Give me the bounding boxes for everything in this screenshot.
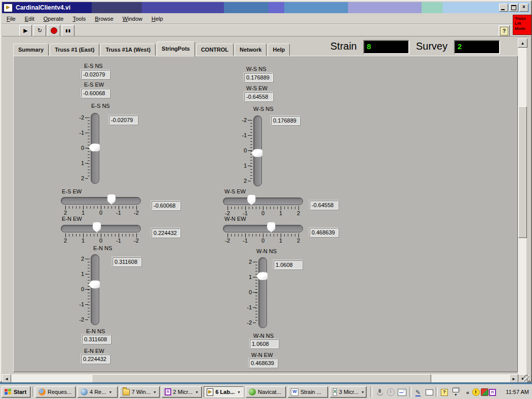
scale-tick-label: -1 xyxy=(243,237,248,244)
readout-box: -0.64558 xyxy=(244,92,273,101)
slider-track[interactable] xyxy=(258,257,267,328)
slider-digital-display[interactable]: 1.0608 xyxy=(274,260,302,269)
tab-network[interactable]: Network xyxy=(235,44,267,56)
stop-icon xyxy=(51,27,57,34)
slider-label: W-N EW xyxy=(224,216,246,222)
maximize-button[interactable] xyxy=(509,4,518,12)
restore-window-icon[interactable] xyxy=(425,388,434,396)
slider-digital-display[interactable]: 0.311608 xyxy=(112,257,141,266)
slider-thumb[interactable] xyxy=(93,222,101,232)
resize-grip[interactable] xyxy=(523,375,530,382)
taskbar-button-label: 7 Win... xyxy=(132,389,150,395)
menu-browse[interactable]: Browse xyxy=(90,15,118,23)
tab-stringpots[interactable]: StringPots xyxy=(157,42,195,57)
slider-scale: 2 1 0 -1 -2 xyxy=(65,234,136,245)
taskbar-button-label: Strain ... xyxy=(300,389,321,395)
slider-digital-display[interactable]: 0.468639 xyxy=(310,228,338,237)
slider-scale: -2 -1 0 1 2 xyxy=(74,117,85,178)
strain-value: 8 xyxy=(367,42,371,51)
chevron-down-icon: ▼ xyxy=(153,390,157,394)
pen-icon[interactable]: ✎ xyxy=(413,388,423,396)
slider-thumb[interactable] xyxy=(247,195,256,205)
minimize-button[interactable] xyxy=(499,4,508,12)
slider-track[interactable] xyxy=(91,254,99,325)
microphone-icon[interactable] xyxy=(375,388,384,396)
scale-tick-label: 0 xyxy=(81,286,84,292)
scale-tick-label: 0 xyxy=(99,210,102,216)
taskbar-button-windows-group[interactable]: 7 Win... ▼ xyxy=(120,386,160,397)
slider-digital-display[interactable]: -0.64558 xyxy=(310,201,338,210)
scroll-up-button[interactable]: ▲ xyxy=(518,38,527,48)
slider-w-n-ew: -2 -1 0 1 2 xyxy=(223,225,303,247)
readout-box: 0.176889 xyxy=(244,73,273,82)
taskbar-button-excel-group[interactable]: X 3 Micr... ▼ xyxy=(330,386,366,397)
slider-e-n-ew: 2 1 0 -1 -2 xyxy=(61,225,141,247)
taskbar: Start Reques... 4 Re... ▼ 7 Win... ▼ n 2… xyxy=(0,384,532,399)
slider-label: W-S NS xyxy=(253,106,274,112)
scale-tick-label: 2 xyxy=(81,256,84,262)
tab-help[interactable]: Help xyxy=(268,44,290,56)
mode-line: Lift xyxy=(515,21,531,26)
scale-tick-label: -2 xyxy=(134,210,139,216)
excel-icon: X xyxy=(333,388,337,396)
taskbar-button-firefox[interactable]: Reques... xyxy=(35,386,75,397)
speech-icon[interactable]: ‖ xyxy=(386,388,395,396)
menu-tools[interactable]: Tools xyxy=(68,15,90,23)
menu-window[interactable]: Window xyxy=(118,15,147,23)
writing-pad-icon[interactable] xyxy=(397,388,406,396)
taskbar-divider xyxy=(409,387,411,397)
menu-help[interactable]: Help xyxy=(147,15,168,23)
minor-ticks xyxy=(88,259,90,320)
readout-box: -0.60068 xyxy=(81,89,110,98)
taskbar-button-remote[interactable]: 4 Re... ▼ xyxy=(78,386,118,397)
scale-tick-label: -2 xyxy=(225,237,230,244)
scale-tick-label: -1 xyxy=(116,237,121,244)
tab-control[interactable]: CONTROL xyxy=(196,44,234,56)
taskbar-button-label: 3 Micr... xyxy=(339,389,359,395)
scale-tick-label: -2 xyxy=(134,237,139,244)
slider-digital-display[interactable]: -0.60068 xyxy=(151,201,180,210)
tab-summary[interactable]: Summary xyxy=(13,44,49,56)
tab-truss1a-west[interactable]: Truss #1A (West) xyxy=(100,44,156,56)
menu-operate[interactable]: Operate xyxy=(39,15,68,23)
slider-thumb[interactable] xyxy=(267,222,276,232)
help-tray-icon[interactable]: ? xyxy=(440,388,449,396)
menu-file[interactable]: File xyxy=(2,15,20,23)
abort-button[interactable] xyxy=(48,25,60,36)
run-button[interactable]: ▶ xyxy=(19,25,32,36)
scale-tick-label: 2 xyxy=(244,178,247,184)
title-bar[interactable]: ▶ CardinalClientv4.vi × xyxy=(2,2,530,13)
scale-tick-label: 2 xyxy=(64,237,67,244)
readout-label: E-S NS xyxy=(84,63,103,69)
help-icon: ? xyxy=(500,27,508,35)
slider-digital-display[interactable]: 0.176889 xyxy=(271,116,300,125)
context-help-button[interactable]: ? xyxy=(499,25,510,36)
tab-truss1-east[interactable]: Truss #1 (East) xyxy=(50,44,99,56)
taskbar-button-navicat[interactable]: Navicat... xyxy=(246,386,286,397)
pause-button[interactable]: ▮▮ xyxy=(62,25,74,36)
menu-edit[interactable]: Edit xyxy=(20,15,39,23)
scale-tick-label: 1 xyxy=(279,237,282,244)
slider-digital-display[interactable]: -0.02079 xyxy=(109,115,138,125)
labview-app-icon: ▶ xyxy=(4,4,13,12)
stacked-windows-icon[interactable]: ▼ xyxy=(451,388,460,396)
slider-digital-display[interactable]: 0.224432 xyxy=(151,228,180,237)
vertical-scroll-thumb[interactable] xyxy=(518,106,527,238)
start-button[interactable]: Start xyxy=(2,386,30,397)
run-continuous-button[interactable]: ↻ xyxy=(33,25,46,36)
readout-label: W-S EW xyxy=(246,85,268,91)
slider-thumb[interactable] xyxy=(107,194,116,205)
taskbar-button-word[interactable]: W Strain ... xyxy=(288,386,328,397)
taskbar-clock[interactable]: 11:57 AM xyxy=(506,389,529,395)
taskbar-button-onenote-group[interactable]: n 2 Micr... ▼ xyxy=(162,386,202,397)
scale-tick-label: -2 xyxy=(79,114,84,121)
close-button[interactable]: × xyxy=(519,4,528,12)
taskbar-divider xyxy=(32,387,34,397)
slider-scale: -2 -1 0 1 2 xyxy=(237,120,248,181)
onenote-tray-icon[interactable]: n xyxy=(488,388,497,396)
window-title: CardinalClientv4.vi xyxy=(16,4,70,11)
scale-tick-label: -2 xyxy=(242,117,247,123)
taskbar-button-labview-group[interactable]: ▶ 6 Lab... ▼ xyxy=(204,386,244,397)
scale-tick-label: -2 xyxy=(247,320,252,326)
volume-warning-tray-icon[interactable]: ! xyxy=(471,388,480,396)
